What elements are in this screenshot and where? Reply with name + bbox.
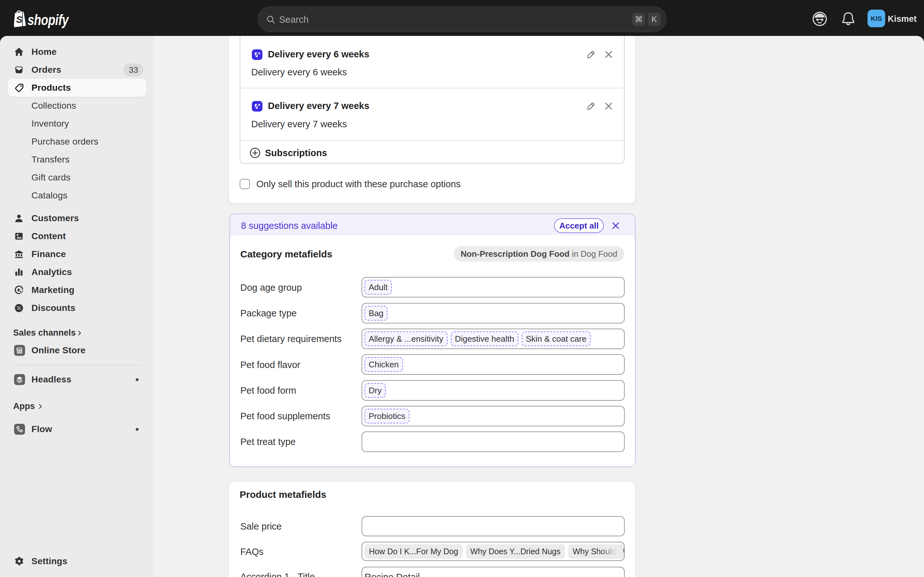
svg-text:S: S [16, 14, 23, 25]
